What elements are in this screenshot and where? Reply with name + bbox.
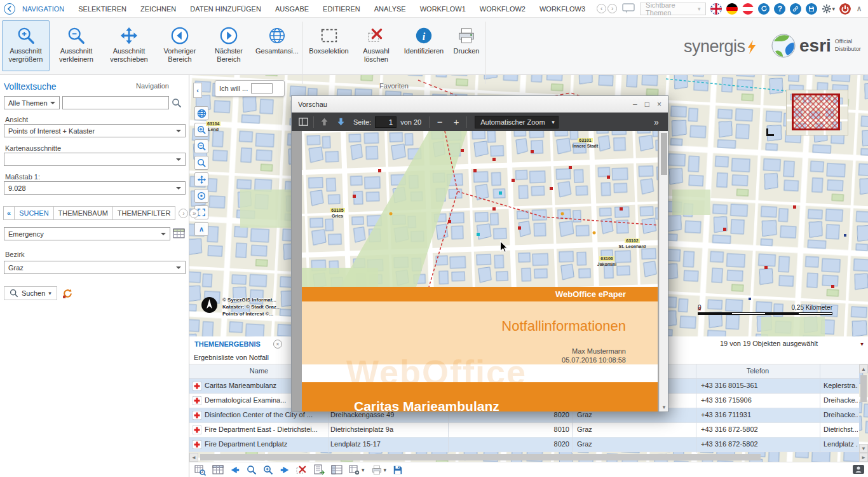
overview-map[interactable] [787, 90, 848, 135]
column-header-telefon[interactable]: Telefon [696, 367, 820, 375]
collapse-tabs-icon[interactable]: « [3, 206, 15, 220]
suchen-button[interactable]: Suchen ▾ [4, 286, 57, 300]
table-row[interactable]: Fire Department East - Dietrichstei... D… [189, 423, 859, 438]
menu-tab-workflow3[interactable]: WORKFLOW3 [532, 5, 592, 13]
previous-page-icon[interactable] [318, 115, 330, 129]
menu-tab-daten-hinzufuegen[interactable]: DATEN HINZUFÜGEN [183, 5, 268, 13]
selection-menu-icon[interactable]: ▾ [860, 340, 864, 347]
ribbon-identify-button[interactable]: i Identifizieren [400, 20, 447, 71]
menu-tab-zeichnen[interactable]: ZEICHNEN [133, 5, 183, 13]
ribbon-clear-selection-button[interactable]: Auswahl löschen [354, 20, 398, 71]
zoom-to-all-icon[interactable] [263, 465, 273, 475]
results-vertical-scrollbar[interactable]: ▲ ▼ [859, 364, 868, 453]
sidebar-collapse-icon[interactable]: ‹ [193, 83, 202, 98]
zoom-out-tool-icon[interactable] [194, 139, 208, 153]
zoom-window-tool-icon[interactable] [194, 156, 208, 170]
tab-scroll-left-icon[interactable]: ‹ [597, 4, 606, 13]
toolbar-more-icon[interactable]: » [650, 115, 663, 129]
ribbon-zoom-in-button[interactable]: Ausschnitt vergrößern [2, 20, 50, 71]
table-layout-icon[interactable] [331, 464, 342, 476]
ich-will-widget[interactable]: Ich will ... [215, 80, 285, 97]
scroll-down-icon[interactable]: ▼ [660, 403, 668, 411]
clear-result-selection-icon[interactable] [296, 464, 307, 475]
zoom-to-result-icon[interactable] [247, 465, 257, 475]
previous-result-icon[interactable] [230, 465, 240, 475]
preview-zoom-in-icon[interactable]: + [450, 115, 463, 129]
tab-more-left-icon[interactable]: › [179, 209, 188, 218]
zoom-mode-select[interactable]: Automatischer Zoom ▾ [475, 116, 558, 128]
link-icon[interactable] [790, 3, 801, 15]
scrollbar-thumb[interactable] [200, 454, 761, 460]
next-page-icon[interactable] [334, 115, 347, 129]
fulltext-search-input[interactable] [62, 96, 169, 109]
scroll-right-icon[interactable]: ► [859, 453, 868, 462]
ribbon-zoom-out-button[interactable]: Ausschnitt verkleinern [51, 20, 101, 71]
flag-germany-icon[interactable] [726, 3, 738, 15]
ich-will-input[interactable] [251, 83, 273, 93]
theme-scope-select[interactable]: Alle Themen [4, 96, 60, 109]
close-icon[interactable]: × [657, 100, 661, 109]
session-user-icon[interactable] [853, 465, 864, 474]
menu-tab-navigation[interactable]: NAVIGATION [15, 5, 71, 13]
menu-tab-selektieren[interactable]: SELEKTIEREN [71, 5, 133, 13]
collapse-ribbon-icon[interactable]: ∧ [857, 4, 862, 13]
table-row[interactable]: Fire Department Lendplatz Lendplatz 15-1… [189, 438, 859, 452]
pan-tool-icon[interactable] [194, 172, 208, 186]
preview-scrollbar[interactable]: ▼ [659, 131, 668, 411]
reset-search-icon[interactable] [62, 288, 73, 299]
table-icon[interactable] [212, 464, 224, 476]
feedback-icon[interactable] [622, 3, 635, 14]
save-icon[interactable] [806, 3, 817, 15]
menu-tab-ausgabe[interactable]: AUSGABE [268, 5, 316, 13]
flag-uk-icon[interactable] [710, 3, 722, 15]
ribbon-box-select-button[interactable]: Boxselektion [306, 20, 352, 71]
bezirk-select[interactable]: Graz [4, 261, 186, 274]
minimize-icon[interactable]: – [633, 100, 637, 109]
menu-tab-workflow2[interactable]: WORKFLOW2 [473, 5, 532, 13]
search-icon[interactable] [172, 98, 182, 108]
preview-zoom-out-icon[interactable]: − [433, 115, 446, 129]
tab-scroll-right-icon[interactable]: › [607, 4, 617, 13]
help-icon[interactable]: ? [774, 3, 785, 15]
close-results-icon[interactable]: × [273, 340, 282, 349]
scroll-down-icon[interactable]: ▼ [859, 444, 868, 453]
ribbon-pan-button[interactable]: Ausschnitt verschieben [103, 20, 155, 71]
flag-austria-icon[interactable] [742, 3, 754, 15]
scrollbar-thumb[interactable] [661, 133, 667, 175]
scrollbar-thumb[interactable] [860, 375, 867, 402]
center-tool-icon[interactable] [194, 189, 208, 203]
page-input[interactable] [375, 116, 397, 128]
export-table-icon[interactable] [313, 464, 325, 476]
kartenausschnitte-select[interactable] [4, 153, 186, 166]
settings-gear-icon[interactable]: ▾ [822, 4, 835, 14]
ansicht-select[interactable]: Points of Interest + Kataster [4, 124, 186, 137]
scroll-left-icon[interactable]: ◄ [189, 453, 198, 462]
map-overview-tool-icon[interactable] [194, 106, 208, 120]
menu-tab-workflow1[interactable]: WORKFLOW1 [413, 5, 473, 13]
app-menu-icon[interactable] [4, 3, 15, 15]
ribbon-full-extent-button[interactable]: Gesamtansi... [255, 20, 299, 71]
thumbnails-toggle-icon[interactable] [297, 115, 309, 129]
tab-more-right-icon[interactable]: » [189, 209, 199, 218]
menu-tab-analyse[interactable]: ANALYSE [367, 5, 413, 13]
massstab-select[interactable]: 9.028 [4, 181, 186, 195]
search-theme-select[interactable]: Emergency [4, 227, 170, 240]
overview-extent-box[interactable] [792, 93, 840, 130]
print-table-icon[interactable]: ▾ [371, 464, 387, 476]
tab-themenbaum[interactable]: THEMENBAUM [53, 206, 113, 220]
table-settings-icon[interactable]: ▾ [349, 464, 365, 476]
restore-icon[interactable]: □ [645, 100, 649, 109]
tab-suchen[interactable]: SUCHEN [14, 206, 53, 220]
table-search-icon[interactable] [194, 464, 206, 476]
refresh-icon[interactable] [758, 3, 770, 15]
logout-power-icon[interactable] [839, 3, 851, 15]
save-table-icon[interactable] [393, 465, 403, 475]
theme-table-icon[interactable] [173, 228, 185, 240]
next-result-icon[interactable] [280, 465, 290, 475]
scroll-up-icon[interactable]: ▲ [859, 364, 868, 373]
ribbon-print-button[interactable]: Drucken [449, 20, 484, 71]
visible-themes-select[interactable]: Sichtbare Themen ▾ [640, 3, 706, 15]
results-horizontal-scrollbar[interactable]: ◄ ► [189, 453, 868, 462]
collapse-tools-icon[interactable]: ∧ [194, 222, 208, 236]
menu-tab-editieren[interactable]: EDITIEREN [316, 5, 367, 13]
